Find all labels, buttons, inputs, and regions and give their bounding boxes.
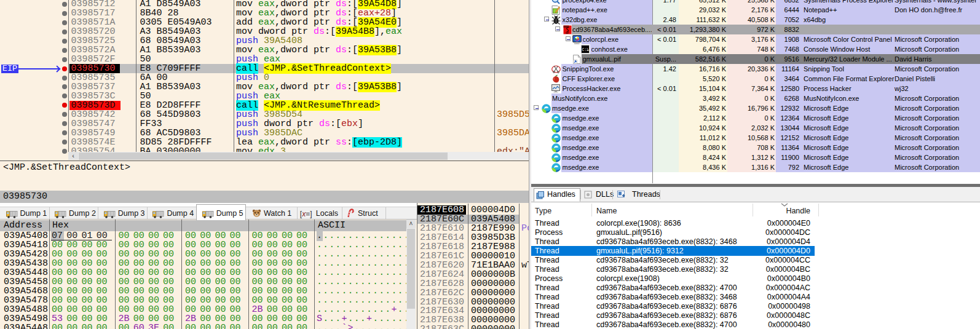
- svg-text:C:\: C:\: [582, 47, 589, 52]
